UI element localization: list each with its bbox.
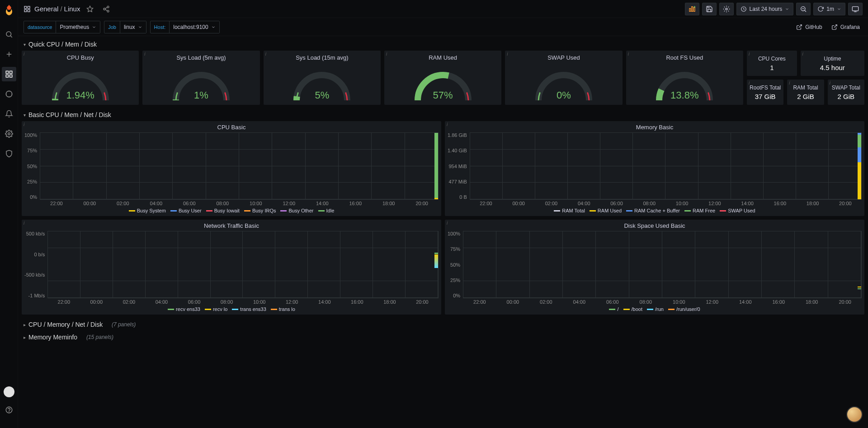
row-basic[interactable]: ▾Basic CPU / Mem / Net / Disk bbox=[22, 108, 864, 121]
row-meminfo[interactable]: ▸Memory Meminfo (15 panels) bbox=[22, 331, 864, 343]
svg-rect-15 bbox=[28, 9, 30, 12]
stat-cpu-cores[interactable]: iCPU Cores1 bbox=[747, 51, 797, 76]
row-cpu-mem[interactable]: ▸CPU / Memory / Net / Disk (7 panels) bbox=[22, 318, 864, 331]
gauge-sys-load-5m-avg-[interactable]: i Sys Load (5m avg) 1% bbox=[142, 51, 259, 105]
var-datasource-select[interactable]: Prometheus bbox=[56, 21, 100, 33]
stat-uptime[interactable]: iUptime4.5 hour bbox=[801, 51, 864, 76]
gauge-ram-used[interactable]: i RAM Used 57% bbox=[384, 51, 501, 105]
svg-rect-24 bbox=[693, 7, 695, 11]
refresh-picker[interactable]: 1m bbox=[813, 3, 845, 15]
nav-admin[interactable] bbox=[2, 146, 16, 161]
variable-bar: datasource Prometheus Job linux Host: lo… bbox=[18, 18, 868, 36]
breadcrumb[interactable]: General/Linux bbox=[34, 5, 80, 13]
stat-swap[interactable]: iSWAP Total2 GiB bbox=[828, 80, 864, 105]
nav-sidebar bbox=[0, 0, 18, 428]
svg-point-0 bbox=[6, 32, 11, 37]
svg-point-11 bbox=[9, 411, 9, 412]
svg-line-1 bbox=[10, 36, 12, 38]
svg-rect-23 bbox=[691, 6, 693, 11]
user-avatar[interactable] bbox=[4, 386, 14, 397]
nav-dashboards[interactable] bbox=[2, 67, 16, 81]
chevron-down-icon: ▾ bbox=[24, 42, 26, 47]
star-button[interactable] bbox=[84, 3, 96, 15]
share-button[interactable] bbox=[100, 3, 113, 15]
gauge-sys-load-15m-avg-[interactable]: i Sys Load (15m avg) 5% bbox=[264, 51, 381, 105]
svg-rect-22 bbox=[689, 8, 691, 11]
svg-rect-14 bbox=[24, 9, 27, 12]
svg-rect-7 bbox=[9, 75, 12, 77]
var-host: Host: localhost:9100 bbox=[150, 21, 220, 33]
gauge-swap-used[interactable]: i SWAP Used 0% bbox=[505, 51, 622, 105]
nav-create[interactable] bbox=[2, 47, 16, 61]
chevron-right-icon: ▸ bbox=[24, 322, 26, 327]
add-panel-button[interactable] bbox=[685, 3, 699, 15]
svg-rect-4 bbox=[6, 71, 8, 73]
dashboard-icon bbox=[24, 5, 31, 13]
svg-line-34 bbox=[799, 24, 802, 27]
zoom-out-button[interactable] bbox=[796, 3, 811, 15]
svg-point-9 bbox=[8, 133, 10, 135]
nav-explore[interactable] bbox=[2, 87, 16, 101]
svg-point-27 bbox=[726, 8, 727, 10]
nav-configuration[interactable] bbox=[2, 127, 16, 141]
chevron-down-icon: ▾ bbox=[24, 113, 26, 118]
time-range-picker[interactable]: Last 24 hours bbox=[736, 3, 794, 15]
chevron-right-icon: ▸ bbox=[24, 335, 26, 340]
settings-button[interactable] bbox=[719, 3, 734, 15]
svg-line-30 bbox=[805, 10, 806, 11]
panel-disk-basic[interactable]: i Disk Space Used Basic 100%75%50%25%0% … bbox=[445, 220, 864, 315]
link-github[interactable]: GitHub bbox=[793, 22, 825, 32]
panel-memory-basic[interactable]: i Memory Basic 1.86 GiB1.40 GiB954 MiB47… bbox=[445, 121, 864, 216]
var-datasource: datasource Prometheus bbox=[24, 21, 100, 33]
svg-point-17 bbox=[107, 6, 109, 8]
svg-point-8 bbox=[6, 91, 12, 97]
nav-help[interactable] bbox=[2, 403, 16, 417]
svg-line-20 bbox=[105, 7, 108, 9]
gauge-root-fs-used[interactable]: i Root FS Used 13.8% bbox=[626, 51, 743, 105]
svg-rect-32 bbox=[852, 6, 858, 10]
svg-rect-12 bbox=[24, 6, 27, 9]
topbar: General/Linux Last 24 hours 1m bbox=[18, 0, 868, 18]
svg-point-18 bbox=[104, 8, 105, 10]
row-quick[interactable]: ▾Quick CPU / Mem / Disk bbox=[22, 38, 864, 51]
svg-rect-6 bbox=[6, 75, 8, 77]
panel-cpu-basic[interactable]: i CPU Basic 100%75%50%25%0% 22:0000:0002… bbox=[22, 121, 441, 216]
panel-network-basic[interactable]: i Network Traffic Basic 500 kb/s0 b/s-50… bbox=[22, 220, 441, 315]
link-grafana[interactable]: Grafana bbox=[829, 22, 863, 32]
dashboard-content: ▾Quick CPU / Mem / Disk i CPU Busy 1.94%… bbox=[18, 36, 868, 428]
var-host-select[interactable]: localhost:9100 bbox=[169, 21, 219, 33]
svg-point-19 bbox=[107, 10, 109, 12]
var-job: Job linux bbox=[104, 21, 146, 33]
nav-search[interactable] bbox=[2, 27, 16, 42]
svg-rect-5 bbox=[9, 71, 12, 73]
tv-mode-button[interactable] bbox=[848, 3, 863, 15]
svg-line-35 bbox=[834, 24, 836, 27]
gauge-cpu-busy[interactable]: i CPU Busy 1.94% bbox=[22, 51, 139, 105]
grafana-logo-icon[interactable] bbox=[3, 4, 15, 16]
svg-marker-16 bbox=[87, 6, 93, 12]
svg-line-21 bbox=[105, 9, 108, 11]
stat-ram[interactable]: iRAM Total2 GiB bbox=[787, 80, 824, 105]
stat-rootfs[interactable]: iRootFS Total37 GiB bbox=[747, 80, 783, 105]
svg-rect-13 bbox=[28, 6, 30, 9]
floating-avatar[interactable] bbox=[846, 406, 863, 423]
var-job-select[interactable]: linux bbox=[120, 21, 146, 33]
save-button[interactable] bbox=[702, 3, 717, 15]
nav-alerting[interactable] bbox=[2, 107, 16, 121]
